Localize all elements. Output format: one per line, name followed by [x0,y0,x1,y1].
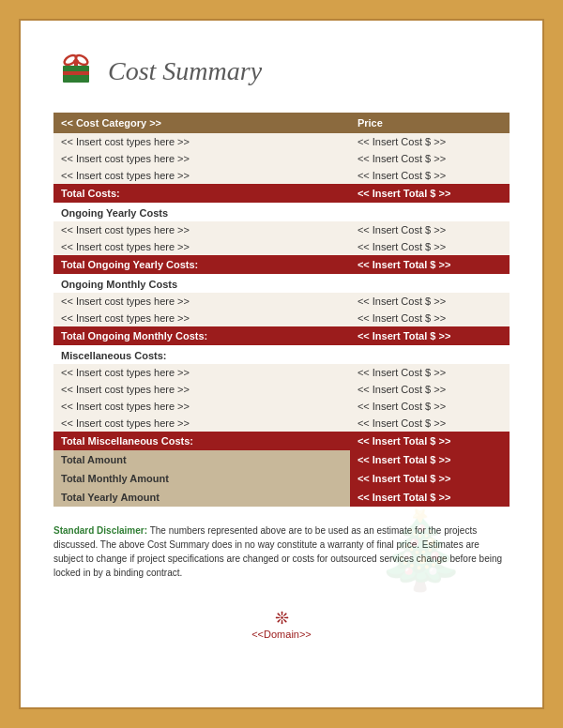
page: Cost Summary << Cost Category >> Price <… [19,19,544,709]
total-yearly-label: Total Ongoing Yearly Costs: [53,255,350,274]
cost-price: << Insert Cost $ >> [350,310,510,326]
cost-category: << Insert cost types here >> [53,364,350,381]
table-row: << Insert cost types here >> << Insert C… [53,221,510,238]
cost-price: << Insert Cost $ >> [350,133,510,150]
total-costs-value: << Insert Total $ >> [350,184,510,203]
total-yearly-row: Total Ongoing Yearly Costs: << Insert To… [53,255,510,274]
cost-price: << Insert Cost $ >> [350,238,510,255]
section-miscellaneous: Miscellaneous Costs: [53,345,510,364]
table-header-row: << Cost Category >> Price [53,113,510,133]
section-ongoing-monthly: Ongoing Monthly Costs [53,274,510,293]
disclaimer-label: Standard Disclaimer: [53,525,147,536]
summary-monthly-value: << Insert Total $ >> [350,469,510,488]
summary-yearly-row: Total Yearly Amount << Insert Total $ >> [53,488,510,507]
footer-domain: <<Domain>> [53,629,510,640]
total-monthly-label: Total Ongoing Monthly Costs: [53,326,350,345]
footer: ❊ <<Domain>> [53,608,510,640]
gift-icon [53,49,99,94]
table-row: << Insert cost types here >> << Insert C… [53,381,510,398]
section-label: Ongoing Yearly Costs [53,203,510,221]
cost-price: << Insert Cost $ >> [350,293,510,310]
disclaimer: Standard Disclaimer: The numbers represe… [53,523,510,580]
cost-category: << Insert cost types here >> [53,133,350,150]
footer-icon: ❊ [53,608,510,629]
cost-price: << Insert Cost $ >> [350,381,510,398]
total-costs-label: Total Costs: [53,184,350,203]
cost-category: << Insert cost types here >> [53,167,350,184]
total-monthly-row: Total Ongoing Monthly Costs: << Insert T… [53,326,510,345]
summary-yearly-value: << Insert Total $ >> [350,488,510,507]
cost-price: << Insert Cost $ >> [350,221,510,238]
table-row: << Insert cost types here >> << Insert C… [53,238,510,255]
section-label: Miscellaneous Costs: [53,345,510,364]
cost-category: << Insert cost types here >> [53,415,350,432]
section-label: Ongoing Monthly Costs [53,274,510,293]
total-monthly-value: << Insert Total $ >> [350,326,510,345]
table-row: << Insert cost types here >> << Insert C… [53,150,510,167]
summary-total-label: Total Amount [53,450,350,469]
cost-price: << Insert Cost $ >> [350,364,510,381]
cost-category: << Insert cost types here >> [53,381,350,398]
page-title: Cost Summary [108,56,262,86]
page-header: Cost Summary [53,49,510,94]
table-row: << Insert cost types here >> << Insert C… [53,293,510,310]
cost-category: << Insert cost types here >> [53,238,350,255]
table-row: << Insert cost types here >> << Insert C… [53,415,510,432]
cost-category: << Insert cost types here >> [53,221,350,238]
cost-price: << Insert Cost $ >> [350,415,510,432]
summary-monthly-row: Total Monthly Amount << Insert Total $ >… [53,469,510,488]
summary-monthly-label: Total Monthly Amount [53,469,350,488]
total-misc-value: << Insert Total $ >> [350,432,510,450]
summary-total-row: Total Amount << Insert Total $ >> [53,450,510,469]
section-ongoing-yearly: Ongoing Yearly Costs [53,203,510,221]
table-row: << Insert cost types here >> << Insert C… [53,310,510,326]
summary-yearly-label: Total Yearly Amount [53,488,350,507]
cost-price: << Insert Cost $ >> [350,398,510,415]
total-misc-label: Total Miscellaneous Costs: [53,432,350,450]
table-row: << Insert cost types here >> << Insert C… [53,167,510,184]
total-costs-row: Total Costs: << Insert Total $ >> [53,184,510,203]
total-yearly-value: << Insert Total $ >> [350,255,510,274]
cost-category: << Insert cost types here >> [53,293,350,310]
table-row: << Insert cost types here >> << Insert C… [53,398,510,415]
col-header-price: Price [350,113,510,133]
cost-price: << Insert Cost $ >> [350,150,510,167]
cost-category: << Insert cost types here >> [53,398,350,415]
col-header-category: << Cost Category >> [53,113,350,133]
cost-table: << Cost Category >> Price << Insert cost… [53,113,510,507]
cost-category: << Insert cost types here >> [53,150,350,167]
svg-rect-5 [63,71,89,75]
total-misc-row: Total Miscellaneous Costs: << Insert Tot… [53,432,510,450]
summary-total-value: << Insert Total $ >> [350,450,510,469]
table-row: << Insert cost types here >> << Insert C… [53,133,510,150]
cost-category: << Insert cost types here >> [53,310,350,326]
table-row: << Insert cost types here >> << Insert C… [53,364,510,381]
cost-price: << Insert Cost $ >> [350,167,510,184]
